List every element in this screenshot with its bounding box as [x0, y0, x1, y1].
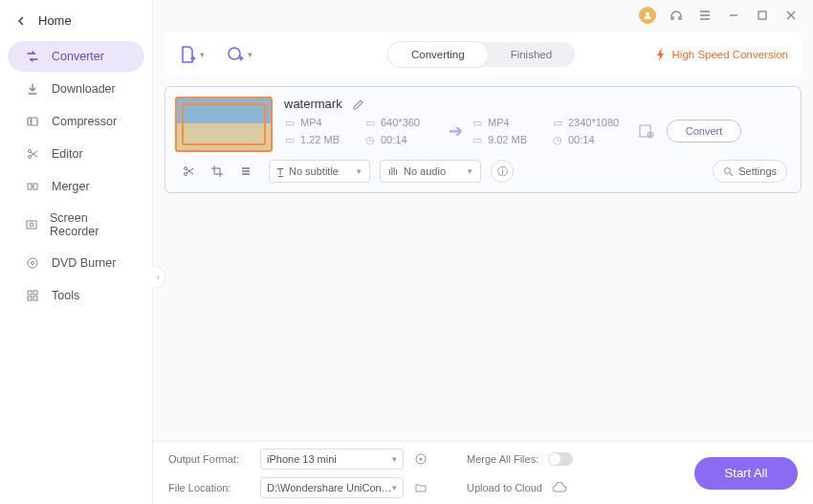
headset-icon[interactable] — [668, 7, 685, 24]
disc-plus-icon — [226, 45, 245, 64]
upload-label: Upload to Cloud — [467, 482, 542, 493]
sidebar-item-merger[interactable]: Merger — [8, 171, 144, 202]
output-settings-button[interactable] — [632, 122, 661, 140]
subtitle-icon: T̲ — [277, 166, 283, 177]
dst-duration: 00:14 — [568, 134, 595, 145]
sidebar-item-label: DVD Burner — [52, 256, 116, 270]
home-label: Home — [38, 13, 72, 28]
merger-icon — [25, 179, 40, 194]
dst-format: MP4 — [488, 117, 510, 128]
add-source-button[interactable]: ▾ — [226, 45, 253, 64]
merge-label: Merge All Files: — [467, 453, 538, 465]
scissors-icon — [25, 146, 40, 162]
svg-point-21 — [646, 12, 649, 16]
src-resolution: 640*360 — [381, 117, 420, 128]
chevron-down-icon: ▾ — [392, 454, 397, 464]
chevron-down-icon: ▾ — [248, 50, 253, 59]
close-icon[interactable] — [782, 7, 800, 24]
user-avatar[interactable] — [639, 7, 656, 24]
output-format-select[interactable]: iPhone 13 mini ▾ — [260, 449, 404, 470]
svg-point-18 — [725, 167, 731, 173]
high-speed-conversion[interactable]: High Speed Conversion — [655, 48, 788, 61]
tab-converting[interactable]: Converting — [388, 42, 488, 67]
sidebar-item-label: Merger — [52, 180, 90, 193]
trim-icon[interactable] — [181, 164, 196, 179]
svg-point-6 — [30, 223, 33, 227]
convert-button[interactable]: Convert — [667, 120, 741, 142]
format-icon: ▭ — [284, 117, 296, 128]
download-icon — [25, 81, 40, 97]
minimize-icon[interactable] — [725, 7, 742, 24]
file-card: watermark ▭MP4 ▭1.22 MB ▭640*360 ◷00:14 — [165, 86, 802, 193]
file-location-value: D:\Wondershare UniConverter 1 — [267, 482, 392, 493]
svg-rect-4 — [33, 184, 37, 189]
svg-rect-3 — [28, 184, 32, 189]
dst-size: 9.02 MB — [488, 134, 527, 145]
output-format-label: Output Format: — [168, 453, 251, 465]
svg-rect-12 — [33, 296, 37, 300]
format-icon: ▭ — [472, 117, 483, 128]
svg-point-13 — [229, 48, 240, 59]
tab-label: Finished — [511, 49, 552, 60]
video-thumbnail[interactable] — [175, 97, 273, 152]
sidebar-item-compressor[interactable]: Compressor — [8, 106, 144, 137]
cloud-icon[interactable] — [552, 480, 567, 495]
svg-point-7 — [28, 258, 37, 268]
chevron-down-icon: ▾ — [468, 166, 472, 176]
file-location-label: File Location: — [168, 482, 251, 493]
sidebar-item-tools[interactable]: Tools — [8, 280, 144, 311]
resolution-icon: ▭ — [552, 117, 563, 128]
clock-icon: ◷ — [364, 134, 376, 145]
sidebar-item-label: Editor — [52, 147, 83, 161]
dst-resolution: 2340*1080 — [568, 117, 619, 128]
content-area: watermark ▭MP4 ▭1.22 MB ▭640*360 ◷00:14 — [165, 86, 802, 441]
item-settings-button[interactable]: Settings — [713, 160, 787, 183]
home-link[interactable]: Home — [0, 6, 152, 35]
tab-finished[interactable]: Finished — [488, 42, 575, 67]
resolution-icon: ▭ — [364, 117, 376, 128]
chevron-down-icon: ▾ — [392, 483, 397, 493]
chevron-down-icon: ▾ — [200, 50, 205, 59]
output-settings-icon[interactable] — [413, 451, 428, 467]
svg-rect-9 — [28, 291, 32, 295]
sidebar-item-dvd-burner[interactable]: DVD Burner — [8, 248, 144, 278]
sidebar-item-label: Downloader — [52, 82, 116, 96]
svg-rect-5 — [27, 221, 36, 229]
crop-icon[interactable] — [209, 164, 225, 179]
svg-point-20 — [420, 457, 423, 460]
info-button[interactable]: ⓘ — [491, 160, 514, 183]
collapse-sidebar-button[interactable]: ‹ — [152, 266, 165, 289]
src-format: MP4 — [300, 117, 322, 128]
file-location-select[interactable]: D:\Wondershare UniConverter 1 ▾ — [260, 477, 404, 498]
merge-toggle[interactable] — [548, 452, 573, 466]
sidebar-item-label: Converter — [52, 50, 104, 63]
edit-icon[interactable] — [352, 98, 365, 111]
menu-icon[interactable] — [696, 7, 714, 24]
status-tabs: Converting Finished — [388, 42, 575, 67]
clock-icon: ◷ — [552, 134, 563, 145]
audio-select[interactable]: ıllı No audio ▾ — [380, 160, 481, 183]
svg-rect-22 — [758, 11, 766, 19]
start-all-label: Start All — [725, 466, 768, 480]
sidebar-item-converter[interactable]: Converter — [8, 41, 144, 72]
record-icon — [25, 217, 38, 232]
appbar — [626, 0, 813, 31]
sidebar-item-label: Compressor — [52, 115, 117, 128]
add-file-button[interactable]: ▾ — [178, 45, 205, 64]
src-duration: 00:14 — [381, 134, 407, 145]
search-icon — [723, 166, 734, 177]
open-folder-icon[interactable] — [413, 480, 428, 495]
sidebar-item-label: Tools — [52, 289, 79, 302]
svg-rect-11 — [28, 296, 32, 300]
list-icon[interactable] — [238, 164, 253, 179]
main-area: ‹ ▾ ▾ Converting Finished High Speed Con… — [153, 0, 813, 504]
subtitle-select[interactable]: T̲ No subtitle ▾ — [269, 160, 370, 183]
sidebar-item-downloader[interactable]: Downloader — [8, 74, 144, 104]
subtitle-value: No subtitle — [289, 165, 339, 177]
maximize-icon[interactable] — [754, 7, 771, 24]
start-all-button[interactable]: Start All — [694, 457, 798, 490]
sidebar-item-editor[interactable]: Editor — [8, 139, 144, 169]
sidebar-item-screen-recorder[interactable]: Screen Recorder — [8, 204, 144, 246]
hsc-label: High Speed Conversion — [672, 49, 788, 60]
bolt-icon — [655, 48, 667, 61]
